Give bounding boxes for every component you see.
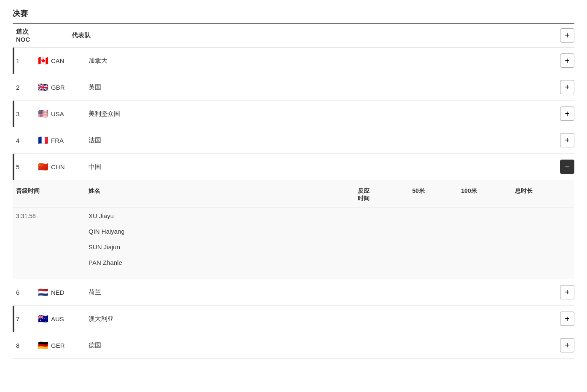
btn-col-1: + (553, 53, 574, 68)
flag-gbr-icon: 🇬🇧 (38, 82, 48, 92)
team-row-7: 7 🇦🇺 AUS 澳大利亚 + (13, 306, 574, 332)
btn-col-3: + (553, 107, 574, 121)
athlete-row-1: 3:31.58 XU Jiayu (13, 208, 574, 224)
team-row-3: 3 🇺🇸 USA 美利坚众国 + (13, 101, 574, 127)
team-row-6: 6 🇳🇱 NED 荷兰 + (13, 279, 574, 306)
btn-col-2: + (553, 80, 574, 94)
btn-col-8: + (553, 338, 574, 352)
lane-4: 4 (13, 137, 38, 144)
flag-aus-icon: 🇦🇺 (38, 314, 48, 324)
noc-2: 🇬🇧 GBR (38, 82, 88, 92)
noc-5: 🇨🇳 CHN (38, 162, 88, 172)
expand-btn-3[interactable]: + (560, 107, 574, 121)
detail-col-qual: 晋级时间 (13, 187, 88, 195)
athlete-name-3: SUN Jiajun (88, 243, 334, 251)
flag-fra-icon: 🇫🇷 (38, 135, 48, 145)
team-name-8: 德国 (88, 341, 553, 349)
noc-code-8: GER (51, 342, 65, 349)
noc-8: 🇩🇪 GER (38, 340, 88, 350)
athlete-row-3: SUN Jiajun (13, 239, 574, 255)
header-team: 代表队 (72, 32, 553, 40)
detail-col-100m: 100米 (444, 187, 494, 195)
expand-btn-6[interactable]: + (560, 285, 574, 299)
team-name-3: 美利坚众国 (88, 110, 553, 118)
lane-2: 2 (13, 84, 38, 91)
flag-chn-icon: 🇨🇳 (38, 162, 48, 172)
athlete-name-4: PAN Zhanle (88, 259, 334, 266)
expand-btn-7[interactable]: + (560, 312, 574, 326)
noc-code-2: GBR (51, 84, 65, 91)
lane-7: 7 (13, 315, 38, 323)
team-row-4: 4 🇫🇷 FRA 法国 + (13, 127, 574, 154)
detail-col-total: 总时长 (494, 187, 553, 195)
team-name-7: 澳大利亚 (88, 315, 553, 323)
btn-col-4: + (553, 133, 574, 147)
flag-ned-icon: 🇳🇱 (38, 287, 48, 297)
detail-col-50m: 50米 (393, 187, 444, 195)
page-container: 决赛 道次 NOC 代表队 + 1 🇨🇦 CAN 加拿大 + (0, 0, 587, 392)
noc-3: 🇺🇸 USA (38, 109, 88, 119)
detail-col-react: 反应时间 (334, 187, 393, 203)
flag-ger-icon: 🇩🇪 (38, 340, 48, 350)
expand-btn-4[interactable]: + (560, 133, 574, 147)
team-name-6: 荷兰 (88, 288, 553, 296)
section-title: 决赛 (13, 8, 574, 19)
lane-3: 3 (13, 110, 38, 117)
team-name-2: 英国 (88, 83, 553, 91)
lane-1: 1 (13, 57, 38, 64)
expand-btn-1[interactable]: + (560, 53, 574, 68)
athlete-name-2: QIN Haiyang (88, 228, 334, 235)
lane-5: 5 (13, 163, 38, 171)
athlete-name-1: XU Jiayu (88, 212, 334, 219)
athlete-qual-1: 3:31.58 (13, 213, 88, 219)
expand-btn-8[interactable]: + (560, 338, 574, 352)
expand-btn-2[interactable]: + (560, 80, 574, 94)
noc-code-5: CHN (51, 163, 65, 171)
athlete-row-2: QIN Haiyang (13, 224, 574, 239)
btn-col-5: − (553, 160, 574, 174)
btn-col-6: + (553, 285, 574, 299)
results-table: 道次 NOC 代表队 + 1 🇨🇦 CAN 加拿大 + 2 (13, 23, 574, 359)
athlete-row-4: PAN Zhanle (13, 255, 574, 270)
team-row-1: 1 🇨🇦 CAN 加拿大 + (13, 48, 574, 74)
noc-4: 🇫🇷 FRA (38, 135, 88, 145)
noc-7: 🇦🇺 AUS (38, 314, 88, 324)
header-lane: 道次 NOC (13, 28, 38, 43)
lane-6: 6 (13, 289, 38, 296)
table-header: 道次 NOC 代表队 + (13, 24, 574, 48)
noc-1: 🇨🇦 CAN (38, 56, 88, 66)
team-row-8: 8 🇩🇪 GER 德国 + (13, 332, 574, 359)
noc-code-7: AUS (51, 315, 64, 323)
team-name-1: 加拿大 (88, 57, 553, 65)
flag-usa-icon: 🇺🇸 (38, 109, 48, 119)
collapse-btn-5[interactable]: − (560, 160, 574, 174)
header-expand-button[interactable]: + (560, 28, 574, 43)
header-btn-spacer: + (553, 28, 574, 43)
noc-6: 🇳🇱 NED (38, 287, 88, 297)
team-row-2: 2 🇬🇧 GBR 英国 + (13, 74, 574, 101)
detail-col-name: 姓名 (88, 187, 334, 195)
noc-code-1: CAN (51, 57, 64, 64)
team-name-4: 法国 (88, 136, 553, 144)
team-row-5: 5 🇨🇳 CHN 中国 − (13, 154, 574, 180)
team-name-5: 中国 (88, 163, 553, 171)
lane-8: 8 (13, 342, 38, 349)
flag-can-icon: 🇨🇦 (38, 56, 48, 66)
detail-panel-5: 晋级时间 姓名 反应时间 50米 100米 总时长 3:31.58 XU Jia… (13, 180, 574, 279)
detail-header-5: 晋级时间 姓名 反应时间 50米 100米 总时长 (13, 184, 574, 208)
btn-col-7: + (553, 312, 574, 326)
noc-code-6: NED (51, 289, 64, 296)
noc-code-3: USA (51, 110, 64, 117)
noc-code-4: FRA (51, 137, 64, 144)
